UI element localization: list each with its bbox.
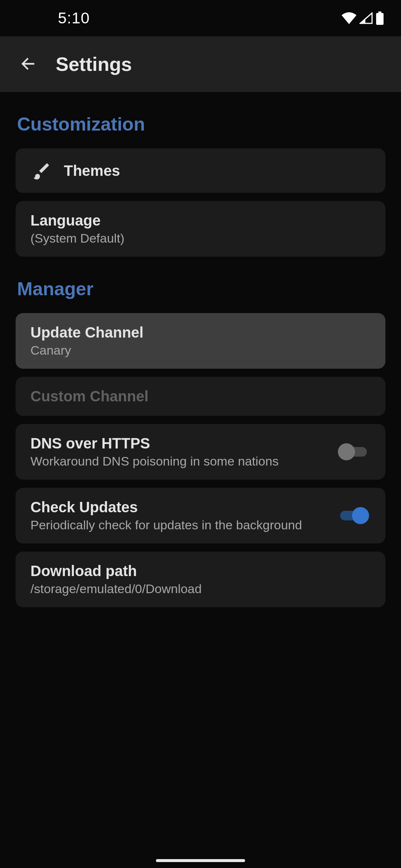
setting-doh-desc: Workaround DNS poisoning in some nations [30,454,336,468]
setting-custom-channel: Custom Channel [16,377,385,416]
back-button[interactable] [11,47,45,81]
status-icons [342,11,384,25]
svg-rect-1 [376,13,384,25]
setting-download-path-value: /storage/emulated/0/Download [30,582,371,596]
setting-check-updates-desc: Periodically check for updates in the ba… [30,518,336,532]
wifi-icon [342,12,356,24]
toggle-dns-over-https[interactable] [336,442,371,461]
arrow-left-icon [18,54,38,75]
setting-themes-title: Themes [64,162,371,179]
navigation-handle[interactable] [156,859,245,862]
content: Customization Themes Language (System De… [0,114,401,607]
setting-themes[interactable]: Themes [16,148,385,193]
setting-doh-title: DNS over HTTPS [30,435,336,452]
setting-language-value: (System Default) [30,231,371,246]
toggle-check-updates[interactable] [336,506,371,525]
battery-icon [376,11,384,25]
setting-download-path-title: Download path [30,563,371,579]
setting-check-updates-title: Check Updates [30,499,336,516]
page-title: Settings [56,53,132,75]
setting-download-path[interactable]: Download path /storage/emulated/0/Downlo… [16,552,385,607]
setting-language-title: Language [30,212,371,229]
status-bar: 5:10 [0,0,401,36]
setting-language[interactable]: Language (System Default) [16,201,385,257]
section-header-customization: Customization [17,114,385,135]
app-bar: Settings [0,36,401,92]
setting-update-channel-value: Canary [30,343,371,358]
setting-custom-channel-title: Custom Channel [30,388,371,405]
section-header-manager: Manager [17,278,385,300]
brush-icon [30,160,53,182]
cellular-icon [359,12,373,24]
setting-update-channel[interactable]: Update Channel Canary [16,313,385,369]
status-time: 5:10 [58,9,90,27]
setting-check-updates[interactable]: Check Updates Periodically check for upd… [16,488,385,543]
svg-rect-0 [378,11,381,13]
setting-update-channel-title: Update Channel [30,324,371,341]
setting-dns-over-https[interactable]: DNS over HTTPS Workaround DNS poisoning … [16,424,385,480]
